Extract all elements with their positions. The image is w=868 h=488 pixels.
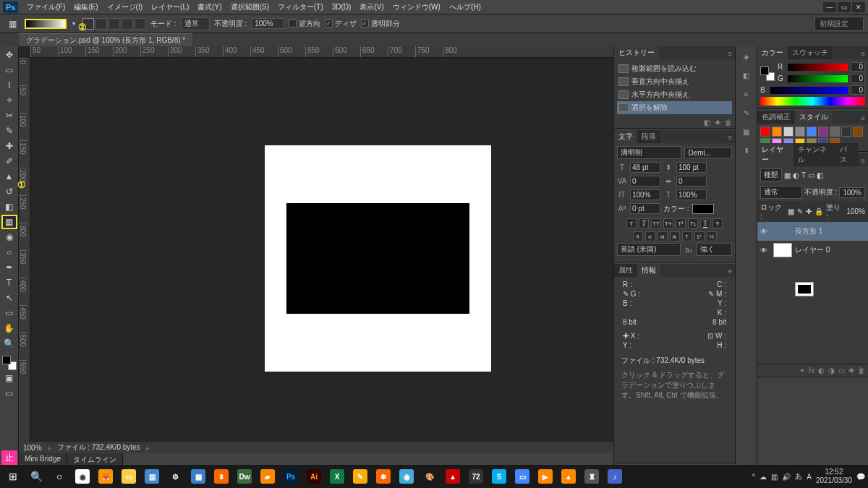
clock[interactable]: 12:522021/03/30	[816, 468, 852, 485]
red-slider[interactable]	[788, 64, 848, 71]
hscale-input[interactable]: 100%	[676, 189, 707, 200]
tray-up-icon[interactable]: ^	[752, 473, 756, 481]
taskbar-chrome[interactable]: ◉	[72, 466, 93, 487]
document-tab[interactable]: グラデーション.psd @ 100% (長方形 1, RGB/8) *	[19, 33, 192, 47]
lock-pixel-icon[interactable]: ✎	[797, 207, 803, 215]
document-canvas[interactable]	[265, 145, 491, 372]
taskbar-app6[interactable]: ◉	[396, 466, 417, 487]
underline-button[interactable]: T	[700, 218, 710, 228]
layer-name[interactable]: レイヤー 0	[795, 245, 830, 255]
layer-thumb[interactable]	[795, 282, 814, 296]
visibility-icon[interactable]: 👁	[760, 228, 770, 236]
taskbar-settings[interactable]: ⚙	[165, 466, 185, 487]
dodge-tool[interactable]: ○	[1, 245, 17, 260]
hand-tool[interactable]: ✋	[1, 321, 17, 335]
italic-button[interactable]: T	[639, 218, 649, 228]
style-swatch[interactable]	[853, 127, 863, 137]
kerning-input[interactable]: 0	[630, 176, 660, 187]
canvas-area[interactable]: 5010015020025030035040045050055060065070…	[19, 46, 613, 465]
mode-select[interactable]: 通常	[181, 17, 210, 30]
style-swatch[interactable]	[841, 127, 851, 137]
taskbar-app7[interactable]: 🎨	[420, 466, 440, 487]
type-tool[interactable]: T	[1, 275, 17, 290]
color-menu-icon[interactable]: ≡	[858, 48, 868, 59]
lock-trans-icon[interactable]: ▦	[788, 207, 794, 215]
taskbar-app10[interactable]: ▶	[535, 466, 556, 487]
eraser-tool[interactable]: ◧	[1, 200, 17, 214]
menu-3d[interactable]: 3D(D)	[328, 1, 356, 12]
tray-notif-icon[interactable]: 💬	[856, 473, 865, 481]
history-delete-icon[interactable]: 🗑	[725, 119, 732, 127]
search-icon[interactable]: 🔍	[26, 466, 46, 487]
layer-opacity-input[interactable]: 100%	[839, 187, 865, 198]
tracking-input[interactable]: 0	[676, 176, 707, 187]
tab-layers[interactable]: レイヤー	[757, 143, 793, 166]
history-brush-tool[interactable]: ↺	[1, 184, 17, 199]
minimize-button[interactable]: —	[823, 2, 836, 12]
taskbar-avira[interactable]: ▲	[443, 466, 463, 487]
taskbar-dreamweaver[interactable]: Dw	[234, 466, 255, 487]
gradient-diamond[interactable]	[135, 18, 146, 30]
language-select[interactable]: 英語 (米国)	[617, 243, 681, 256]
tab-properties[interactable]: 属性	[614, 264, 637, 277]
tab-color[interactable]: カラー	[757, 46, 788, 59]
history-item[interactable]: 選択を解除	[617, 101, 732, 114]
taskbar-photoshop[interactable]: Ps	[281, 466, 301, 487]
history-item[interactable]: 水平方向中央揃え	[617, 88, 732, 101]
tray-ime-icon[interactable]: あ	[795, 471, 802, 481]
filter-shape-icon[interactable]: ▭	[808, 171, 814, 179]
green-value[interactable]: 0	[851, 74, 865, 83]
screenmode-tool[interactable]: ▭	[1, 386, 17, 401]
history-new-icon[interactable]: ✚	[715, 119, 720, 127]
taskbar-skype[interactable]: S	[489, 466, 509, 487]
spectrum-bar[interactable]	[760, 97, 865, 106]
strip-icon-3[interactable]: ≡	[739, 87, 754, 101]
ot-fraction[interactable]: ½	[707, 231, 717, 241]
shape-tool[interactable]: ▭	[1, 306, 17, 320]
color-fgbg[interactable]	[760, 67, 775, 81]
menu-window[interactable]: ウィンドウ(W)	[388, 1, 445, 14]
taskbar-vlc[interactable]: ▲	[558, 466, 579, 487]
bold-button[interactable]: T	[626, 218, 637, 228]
style-swatch[interactable]	[807, 127, 817, 137]
tray-ime2-icon[interactable]: A	[807, 473, 812, 481]
ot-sigma[interactable]: σ	[645, 231, 655, 241]
font-size-input[interactable]: 48 pt	[630, 162, 660, 173]
opacity-select[interactable]: 100%	[251, 18, 284, 29]
ot-st[interactable]: st	[658, 231, 668, 241]
styles-menu-icon[interactable]: ≡	[858, 113, 868, 124]
layers-menu-icon[interactable]: ≡	[858, 155, 868, 166]
info-menu-icon[interactable]: ≡	[725, 266, 735, 277]
menu-edit[interactable]: 編集(E)	[69, 1, 102, 14]
delete-layer-icon[interactable]: 🗑	[858, 367, 865, 374]
blend-mode-select[interactable]: 通常	[760, 186, 802, 199]
menu-help[interactable]: ヘルプ(H)	[445, 1, 485, 14]
blue-slider[interactable]	[770, 87, 848, 94]
layer-name[interactable]: 長方形 1	[795, 226, 822, 236]
tab-info[interactable]: 情報	[637, 264, 660, 277]
red-value[interactable]: 0	[851, 62, 865, 72]
adjustment-icon[interactable]: ◑	[828, 367, 835, 374]
ot-swash[interactable]: A	[670, 231, 680, 241]
taskbar-firefox[interactable]: 🦊	[95, 466, 116, 487]
menu-view[interactable]: 表示(V)	[355, 1, 388, 14]
tab-history[interactable]: ヒストリー	[614, 46, 659, 59]
close-button[interactable]: ✕	[852, 2, 865, 12]
taskbar-sublime[interactable]: ▰	[258, 466, 278, 487]
taskbar-explorer[interactable]: ▭	[119, 466, 139, 487]
marquee-tool[interactable]: ▭	[1, 63, 17, 77]
link-layers-icon[interactable]: ⚭	[799, 367, 805, 374]
zoom-level[interactable]: 100%	[23, 444, 42, 452]
blur-tool[interactable]: ◉	[1, 230, 17, 244]
rectangle-shape[interactable]	[286, 203, 469, 314]
strip-icon-6[interactable]: ⬍	[739, 143, 754, 158]
cortana-icon[interactable]: ○	[49, 466, 69, 487]
visibility-icon[interactable]: 👁	[760, 247, 770, 254]
menu-type[interactable]: 書式(Y)	[193, 1, 226, 14]
eyedropper-tool[interactable]: ✎	[1, 124, 17, 138]
history-menu-icon[interactable]: ≡	[725, 48, 735, 59]
style-swatch[interactable]	[818, 127, 828, 137]
sub-button[interactable]: T₁	[688, 218, 698, 228]
menu-select[interactable]: 選択範囲(S)	[226, 1, 273, 14]
gradient-reflected[interactable]	[122, 18, 133, 30]
